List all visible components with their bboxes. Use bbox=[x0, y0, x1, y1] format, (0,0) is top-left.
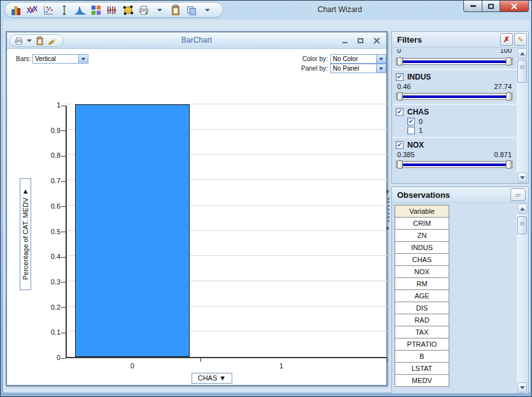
x-axis-label[interactable]: CHAS ▼ bbox=[192, 373, 232, 384]
filters-edit-button[interactable]: ✎ bbox=[514, 33, 527, 46]
variable-row-tax[interactable]: TAX bbox=[395, 326, 449, 338]
slider-handle-max[interactable] bbox=[506, 57, 512, 66]
variable-row-rm[interactable]: RM bbox=[395, 277, 449, 290]
variable-row-dis[interactable]: DIS bbox=[395, 302, 449, 314]
color-matrix-icon[interactable] bbox=[90, 4, 102, 17]
panel-splitter[interactable] bbox=[386, 186, 391, 394]
variable-row-rad[interactable]: RAD bbox=[395, 314, 449, 326]
scroll-down-button[interactable] bbox=[517, 172, 527, 183]
panel-by-dropdown[interactable]: No Panel bbox=[330, 64, 386, 73]
variable-row-chas[interactable]: CHAS bbox=[395, 253, 449, 266]
indus-filter-checkbox[interactable] bbox=[396, 73, 403, 81]
barchart-minimize-button[interactable] bbox=[340, 36, 349, 45]
nox-max-value: 0.871 bbox=[494, 151, 512, 158]
chas-filter-checkbox[interactable] bbox=[396, 108, 403, 116]
filter-section-indus: INDUS 0.46 27.74 bbox=[396, 73, 513, 101]
maximize-button[interactable] bbox=[482, 1, 500, 12]
slider-fill bbox=[402, 60, 507, 63]
scroll-up-button[interactable] bbox=[517, 204, 527, 214]
print-menu-arrow-icon[interactable] bbox=[153, 4, 166, 17]
bar-chart-icon[interactable] bbox=[10, 4, 23, 17]
distribution-icon[interactable] bbox=[74, 4, 87, 17]
chevron-down-icon bbox=[157, 9, 162, 11]
variable-row-zn[interactable]: ZN bbox=[395, 229, 449, 242]
chas-option-0-checkbox[interactable] bbox=[407, 118, 415, 125]
slider-handle-max[interactable] bbox=[506, 92, 512, 101]
export-icon[interactable] bbox=[185, 4, 198, 17]
line-chart-icon[interactable] bbox=[26, 4, 39, 17]
paste-glyph bbox=[170, 4, 181, 16]
panel-by-label: Panel by: bbox=[281, 65, 328, 72]
filters-close-button[interactable]: ✗ bbox=[500, 33, 513, 46]
slider-handle-min[interactable] bbox=[397, 160, 403, 169]
minimize-button[interactable] bbox=[463, 1, 482, 12]
observations-eraser-button[interactable]: ▱ bbox=[510, 188, 526, 201]
barchart-maximize-button[interactable] bbox=[356, 36, 365, 45]
print-icon[interactable] bbox=[14, 36, 24, 46]
slider-handle-min[interactable] bbox=[397, 92, 403, 101]
paste-icon[interactable] bbox=[169, 4, 182, 17]
dropdown-button[interactable] bbox=[376, 64, 386, 73]
print-menu-arrow-icon[interactable] bbox=[27, 39, 32, 42]
network-icon[interactable] bbox=[122, 4, 134, 17]
chas-option-1-checkbox[interactable] bbox=[407, 127, 415, 134]
y-tick-label: 0.9 bbox=[36, 127, 60, 134]
scroll-up-button[interactable] bbox=[517, 48, 527, 59]
nox-min-value: 0.385 bbox=[397, 151, 415, 158]
line-chart-glyph bbox=[27, 4, 38, 16]
scatter-plot-glyph bbox=[43, 4, 54, 16]
dropdown-button[interactable] bbox=[376, 55, 386, 63]
filter-range-labels: 0 100 bbox=[396, 49, 513, 55]
collapse-arrow-icon[interactable] bbox=[386, 226, 389, 231]
arrow-down-icon bbox=[520, 386, 525, 389]
variable-row-b[interactable]: B bbox=[395, 350, 449, 363]
format-brush-icon[interactable] bbox=[47, 36, 57, 46]
y-axis-tick bbox=[61, 257, 66, 258]
slider-handle-min[interactable] bbox=[397, 57, 403, 66]
dropdown-button[interactable] bbox=[78, 55, 88, 63]
variable-row-nox[interactable]: NOX bbox=[395, 265, 449, 278]
y-tick-label: 0.6 bbox=[36, 202, 60, 210]
barchart-close-button[interactable] bbox=[372, 36, 381, 45]
filter-max-value: 100 bbox=[500, 49, 512, 54]
y-axis-label[interactable]: Percentage of CAT. MEDV ▼ bbox=[20, 178, 31, 290]
nox-filter-checkbox[interactable] bbox=[396, 141, 403, 149]
collapse-arrow-icon[interactable] bbox=[386, 189, 389, 194]
chart-wizard-window: Chart Wizard BarChart bbox=[0, 0, 532, 397]
print-glyph bbox=[138, 4, 150, 16]
slider-handle-max[interactable] bbox=[506, 160, 512, 169]
variable-row-ptratio[interactable]: PTRATIO bbox=[395, 338, 449, 351]
variable-row-age[interactable]: AGE bbox=[395, 289, 449, 302]
box-plot-icon[interactable] bbox=[58, 4, 71, 17]
scrollbar-thumb[interactable] bbox=[517, 60, 527, 83]
network-glyph bbox=[122, 4, 134, 16]
y-axis-tick bbox=[61, 106, 66, 106]
filters-scrollbar[interactable] bbox=[517, 48, 528, 183]
observations-scrollbar[interactable] bbox=[517, 204, 528, 393]
observations-panel: Observations ▱ VariableCRIMZNINDUSCHASNO… bbox=[391, 186, 529, 394]
variable-row-medv[interactable]: MEDV bbox=[395, 374, 449, 387]
variable-row-lstat[interactable]: LSTAT bbox=[395, 362, 449, 375]
box-plot-glyph bbox=[59, 4, 70, 16]
scroll-down-button[interactable] bbox=[517, 382, 527, 393]
export-menu-arrow-icon[interactable] bbox=[201, 4, 214, 17]
arrow-up-icon bbox=[520, 52, 525, 55]
splitter-grip[interactable] bbox=[388, 198, 389, 222]
parallel-coordinates-icon[interactable] bbox=[106, 4, 118, 17]
variable-table: VariableCRIMZNINDUSCHASNOXRMAGEDISRADTAX… bbox=[395, 205, 449, 393]
y-axis-tick bbox=[61, 181, 66, 182]
color-by-dropdown[interactable]: No Color bbox=[330, 54, 386, 64]
main-titlebar: Chart Wizard bbox=[1, 1, 532, 20]
scrollbar-thumb[interactable] bbox=[517, 216, 527, 234]
bars-dropdown[interactable]: Vertical bbox=[32, 54, 88, 64]
scatter-plot-icon[interactable] bbox=[42, 4, 55, 17]
arrow-down-icon bbox=[520, 176, 525, 179]
paste-icon[interactable] bbox=[35, 36, 45, 46]
close-button[interactable] bbox=[500, 1, 529, 12]
variable-row-indus[interactable]: INDUS bbox=[395, 241, 449, 254]
bar-0[interactable] bbox=[75, 104, 190, 357]
y-axis-tick bbox=[61, 130, 66, 131]
variable-row-crim[interactable]: CRIM bbox=[395, 217, 449, 230]
filters-title: Filters bbox=[397, 35, 422, 45]
print-icon[interactable] bbox=[137, 4, 150, 17]
